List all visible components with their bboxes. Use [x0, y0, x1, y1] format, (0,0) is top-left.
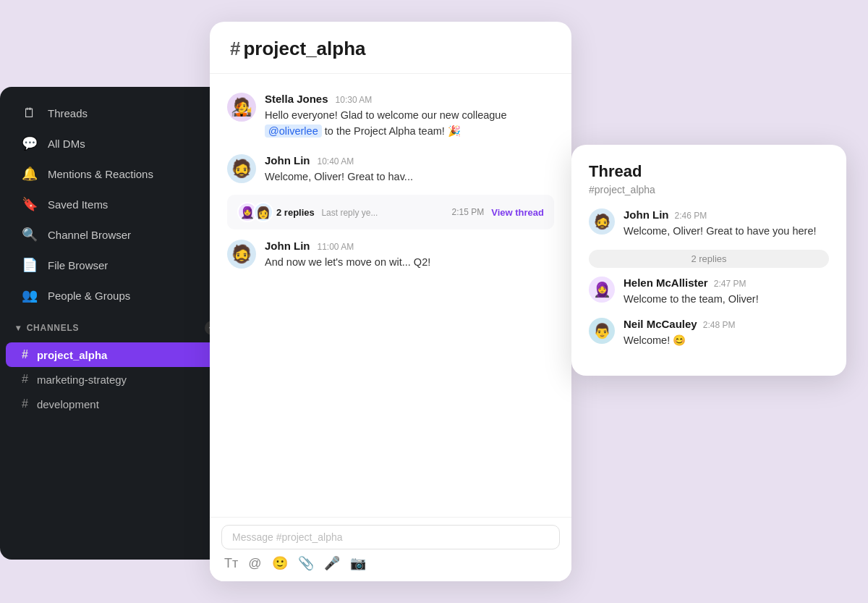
- attachment-icon[interactable]: 📎: [298, 555, 314, 571]
- thread-message-1: 🧔 John Lin 2:46 PM Welcome, Oliver! Grea…: [589, 208, 829, 240]
- thread-reply-header-1: Helen McAllister 2:47 PM: [624, 277, 829, 289]
- all-dms-icon: 💬: [22, 135, 38, 151]
- thread-reply-2: 👨 Neil McCauley 2:48 PM Welcome! 😊: [589, 318, 829, 349]
- thread-reply-content-1: Helen McAllister 2:47 PM Welcome to the …: [624, 277, 829, 308]
- mention-oliverlee: @oliverlee: [265, 125, 322, 138]
- msg-content-3: John Lin 11:00 AM And now we let's move …: [265, 240, 554, 271]
- msg-header-3: John Lin 11:00 AM: [265, 240, 554, 252]
- threads-icon: 🗒: [22, 106, 38, 121]
- hash-icon-2: #: [22, 373, 28, 386]
- thread-reply-header-2: Neil McCauley 2:48 PM: [624, 318, 829, 330]
- thread-channel: #project_alpha: [589, 184, 829, 195]
- emoji-icon[interactable]: 🙂: [272, 555, 288, 571]
- thread-panel: Thread #project_alpha 🧔 John Lin 2:46 PM…: [571, 145, 846, 376]
- channel-title: #project_alpha: [230, 38, 551, 60]
- avatar-john-1: 🧔: [227, 154, 256, 183]
- message-input-area: Message #project_alpha Тт @ 🙂 📎 🎤 📷: [210, 517, 571, 581]
- channels-header: ▾ CHANNELS ＋: [0, 313, 235, 342]
- chat-panel: #project_alpha 🧑‍🎤 Stella Jones 10:30 AM…: [210, 22, 571, 581]
- message-3: 🧔 John Lin 11:00 AM And now we let's mov…: [210, 232, 571, 278]
- camera-icon[interactable]: 📷: [350, 555, 366, 571]
- avatar-stella: 🧑‍🎤: [227, 93, 256, 122]
- message-2: 🧔 John Lin 10:40 AM Welcome, Oliver! Gre…: [210, 147, 571, 193]
- mentions-icon: 🔔: [22, 166, 38, 182]
- sidebar-item-mentions[interactable]: 🔔 Mentions & Reactions: [6, 159, 229, 189]
- saved-icon: 🔖: [22, 196, 38, 212]
- input-toolbar: Тт @ 🙂 📎 🎤 📷: [221, 555, 560, 571]
- thread-reply-content-2: Neil McCauley 2:48 PM Welcome! 😊: [624, 318, 829, 349]
- messages-area: 🧑‍🎤 Stella Jones 10:30 AM Hello everyone…: [210, 74, 571, 539]
- hash-prefix: #: [230, 38, 240, 59]
- view-thread-link[interactable]: View thread: [491, 207, 544, 218]
- msg-text-3: And now we let's move on wit... Q2!: [265, 255, 554, 271]
- reply-avatars: 🧕 👩: [237, 202, 269, 222]
- mic-icon[interactable]: 🎤: [324, 555, 340, 571]
- msg-header-2: John Lin 10:40 AM: [265, 154, 554, 166]
- sidebar-item-threads[interactable]: 🗒 Threads: [6, 98, 229, 128]
- sidebar-item-all-dms[interactable]: 💬 All DMs: [6, 128, 229, 159]
- thread-replies-divider: 2 replies: [589, 250, 829, 268]
- sidebar-item-development[interactable]: # development: [6, 392, 229, 416]
- thread-avatar-neil: 👨: [589, 318, 615, 344]
- message-input[interactable]: Message #project_alpha: [221, 525, 560, 549]
- channel-browser-icon: 🔍: [22, 227, 38, 243]
- msg-content-1: Stella Jones 10:30 AM Hello everyone! Gl…: [265, 93, 554, 140]
- sidebar: 🗒 Threads 💬 All DMs 🔔 Mentions & Reactio…: [0, 87, 235, 560]
- sidebar-item-file-browser[interactable]: 📄 File Browser: [6, 250, 229, 280]
- msg-content-2: John Lin 10:40 AM Welcome, Oliver! Great…: [265, 154, 554, 185]
- format-text-icon[interactable]: Тт: [224, 556, 238, 571]
- msg-header-1: Stella Jones 10:30 AM: [265, 93, 554, 105]
- msg-text-2: Welcome, Oliver! Great to hav...: [265, 169, 554, 185]
- thread-title: Thread: [589, 162, 829, 181]
- replies-bar[interactable]: 🧕 👩 2 replies Last reply ye... 2:15 PM V…: [227, 195, 554, 229]
- message-1: 🧑‍🎤 Stella Jones 10:30 AM Hello everyone…: [210, 85, 571, 147]
- replies-info: 2 replies Last reply ye...: [276, 207, 378, 218]
- sidebar-item-saved[interactable]: 🔖 Saved Items: [6, 189, 229, 219]
- thread-reply-1: 🧕 Helen McAllister 2:47 PM Welcome to th…: [589, 277, 829, 308]
- thread-msg-content-1: John Lin 2:46 PM Welcome, Oliver! Great …: [624, 208, 829, 240]
- reply-avatar-2: 👩: [253, 202, 273, 222]
- replies-actions: 2:15 PM View thread: [452, 207, 544, 218]
- avatar-john-2: 🧔: [227, 240, 256, 269]
- sidebar-item-people[interactable]: 👥 People & Groups: [6, 280, 229, 311]
- thread-avatar-john: 🧔: [589, 208, 615, 235]
- sidebar-item-marketing[interactable]: # marketing-strategy: [6, 367, 229, 392]
- thread-avatar-helen: 🧕: [589, 277, 615, 303]
- people-icon: 👥: [22, 287, 38, 303]
- mention-icon[interactable]: @: [248, 556, 261, 571]
- file-browser-icon: 📄: [22, 257, 38, 273]
- hash-icon-3: #: [22, 397, 28, 410]
- sidebar-item-channel-browser[interactable]: 🔍 Channel Browser: [6, 219, 229, 250]
- hash-icon: #: [22, 348, 28, 361]
- msg-text-1: Hello everyone! Glad to welcome our new …: [265, 108, 554, 140]
- chat-header: #project_alpha: [210, 22, 571, 74]
- thread-msg-header-1: John Lin 2:46 PM: [624, 208, 829, 221]
- sidebar-item-project-alpha[interactable]: # project_alpha: [6, 342, 229, 367]
